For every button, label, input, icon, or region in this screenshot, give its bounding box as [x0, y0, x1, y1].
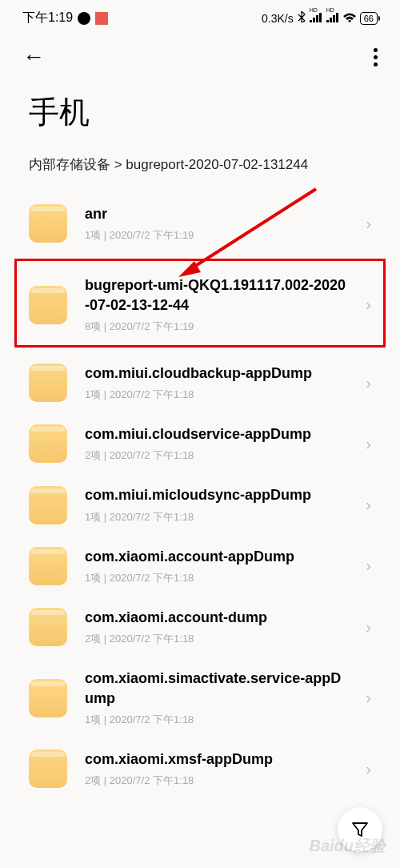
file-name: com.xiaomi.simactivate.service-appDump — [85, 669, 348, 708]
battery-indicator: 66 — [360, 12, 378, 25]
list-item-highlighted[interactable]: bugreport-umi-QKQ1.191117.002-2020-07-02… — [14, 259, 386, 348]
list-item[interactable]: com.xiaomi.account-dump 2项 | 2020/7/2 下午… — [14, 597, 386, 657]
file-meta: 2项 | 2020/7/2 下午1:18 — [85, 774, 348, 788]
file-meta: 2项 | 2020/7/2 下午1:18 — [85, 632, 348, 646]
filter-button[interactable] — [338, 807, 382, 852]
breadcrumb[interactable]: 内部存储设备 > bugreport-2020-07-02-131244 — [0, 155, 400, 193]
folder-icon — [29, 679, 67, 717]
file-meta: 1项 | 2020/7/2 下午1:18 — [85, 510, 348, 524]
chevron-right-icon: › — [366, 435, 371, 453]
chevron-right-icon: › — [366, 215, 371, 233]
file-name: com.xiaomi.xmsf-appDump — [85, 749, 348, 769]
file-info: com.miui.cloudbackup-appDump 1项 | 2020/7… — [85, 364, 348, 402]
folder-icon — [29, 486, 67, 524]
list-item[interactable]: com.miui.cloudservice-appDump 2项 | 2020/… — [14, 413, 386, 474]
file-info: com.miui.cloudservice-appDump 2项 | 2020/… — [85, 424, 348, 463]
file-name: anr — [85, 204, 348, 223]
status-time: 下午1:19 — [22, 10, 73, 26]
list-item[interactable]: com.xiaomi.simactivate.service-appDump 1… — [14, 657, 386, 738]
folder-icon — [29, 608, 67, 646]
folder-icon — [29, 547, 67, 585]
signal-icon-1: HD — [310, 12, 322, 25]
list-item[interactable]: com.xiaomi.xmsf-appDump 2项 | 2020/7/2 下午… — [14, 738, 386, 799]
list-item[interactable]: com.miui.cloudbackup-appDump 1项 | 2020/7… — [14, 352, 386, 413]
folder-icon — [29, 424, 67, 463]
more-options-button[interactable] — [374, 48, 378, 66]
file-info: bugreport-umi-QKQ1.191117.002-2020-07-02… — [85, 275, 348, 334]
file-name: com.miui.micloudsync-appDump — [85, 485, 348, 504]
file-info: com.xiaomi.account-dump 2项 | 2020/7/2 下午… — [85, 608, 348, 646]
file-name: com.xiaomi.account-dump — [85, 608, 348, 627]
folder-icon — [29, 364, 67, 402]
folder-icon — [29, 749, 67, 788]
chevron-right-icon: › — [366, 689, 371, 707]
status-icon-square — [95, 12, 108, 25]
app-bar: ← — [0, 31, 400, 79]
folder-icon — [29, 286, 67, 324]
file-meta: 1项 | 2020/7/2 下午1:18 — [85, 571, 348, 585]
file-name: com.miui.cloudbackup-appDump — [85, 364, 348, 383]
list-item[interactable]: anr 1项 | 2020/7/2 下午1:19 › — [14, 193, 386, 254]
network-speed: 0.3K/s — [262, 12, 294, 25]
file-info: com.xiaomi.simactivate.service-appDump 1… — [85, 669, 348, 727]
folder-icon — [29, 204, 67, 243]
chevron-right-icon: › — [366, 557, 371, 575]
file-info: com.xiaomi.xmsf-appDump 2项 | 2020/7/2 下午… — [85, 749, 348, 788]
file-meta: 1项 | 2020/7/2 下午1:18 — [85, 713, 348, 727]
file-meta: 1项 | 2020/7/2 下午1:19 — [85, 228, 348, 243]
chevron-right-icon: › — [366, 618, 371, 637]
file-info: anr 1项 | 2020/7/2 下午1:19 — [85, 204, 348, 243]
file-list: anr 1项 | 2020/7/2 下午1:19 › bugreport-umi… — [0, 193, 400, 799]
filter-icon — [351, 821, 369, 838]
file-meta: 1项 | 2020/7/2 下午1:18 — [85, 388, 348, 402]
status-icon-circle — [78, 12, 90, 25]
chevron-right-icon: › — [366, 295, 371, 314]
list-item[interactable]: com.miui.micloudsync-appDump 1项 | 2020/7… — [14, 474, 386, 535]
file-info: com.xiaomi.account-appDump 1项 | 2020/7/2… — [85, 547, 348, 585]
wifi-icon — [343, 12, 356, 25]
status-left: 下午1:19 — [22, 10, 108, 26]
bluetooth-icon — [298, 11, 306, 25]
status-bar: 下午1:19 0.3K/s HD HD 66 — [0, 0, 400, 31]
file-name: com.miui.cloudservice-appDump — [85, 424, 348, 444]
file-meta: 2项 | 2020/7/2 下午1:18 — [85, 448, 348, 463]
back-button[interactable]: ← — [22, 44, 45, 70]
file-name: com.xiaomi.account-appDump — [85, 547, 348, 566]
file-name: bugreport-umi-QKQ1.191117.002-2020-07-02… — [85, 275, 348, 315]
list-item[interactable]: com.xiaomi.account-appDump 1项 | 2020/7/2… — [14, 536, 386, 597]
file-info: com.miui.micloudsync-appDump 1项 | 2020/7… — [85, 485, 348, 524]
file-meta: 8项 | 2020/7/2 下午1:19 — [85, 319, 348, 334]
chevron-right-icon: › — [366, 760, 371, 778]
chevron-right-icon: › — [366, 374, 371, 392]
chevron-right-icon: › — [366, 496, 371, 514]
status-right: 0.3K/s HD HD 66 — [262, 11, 378, 25]
signal-icon-2: HD — [326, 12, 339, 25]
page-title: 手机 — [0, 79, 400, 155]
